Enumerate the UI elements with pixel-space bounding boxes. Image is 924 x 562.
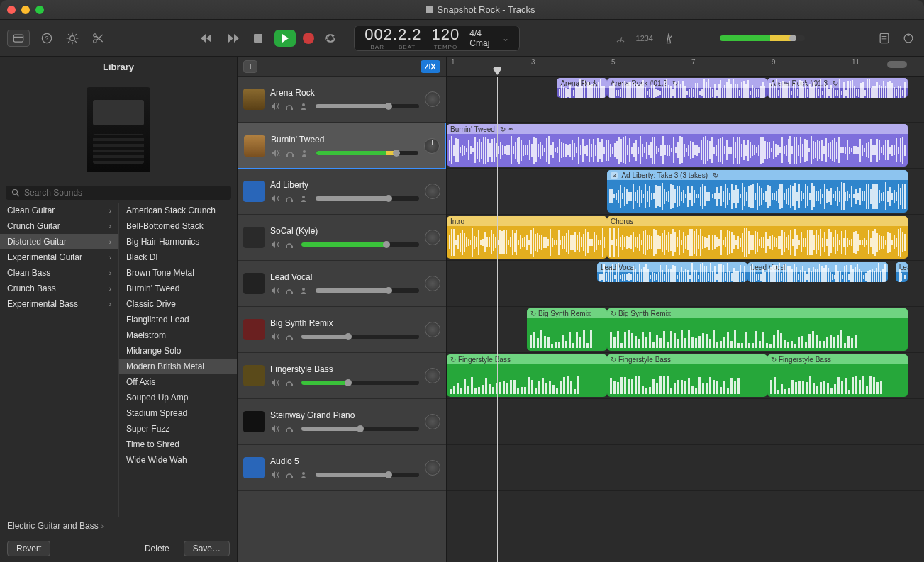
track-volume-slider[interactable] <box>316 288 419 293</box>
automation-button[interactable] <box>421 60 440 73</box>
track-ctrl-icon[interactable] <box>299 194 308 203</box>
track-volume-slider[interactable] <box>316 473 419 477</box>
track-ctrl-icon[interactable] <box>284 102 294 111</box>
track-volume-slider[interactable] <box>301 427 419 431</box>
library-preset-item[interactable]: Stadium Spread <box>119 405 237 421</box>
region[interactable]: Lead Vocal <box>597 262 747 282</box>
track-pan-knob[interactable] <box>425 322 440 337</box>
region[interactable]: ↻ Fingerstyle Bass <box>767 354 908 397</box>
region[interactable]: ↻ Fingerstyle Bass <box>447 354 607 397</box>
rewind-button[interactable] <box>198 29 216 47</box>
track-header[interactable]: Steinway Grand Piano <box>238 399 446 445</box>
quick-help-icon[interactable]: ? <box>38 30 55 47</box>
region[interactable]: Arena Rock #01.3 ↻ <box>767 78 908 98</box>
library-preset-item[interactable]: Off Axis <box>119 374 237 390</box>
region[interactable]: ↻ Big Synth Remix <box>607 308 908 351</box>
play-button[interactable] <box>274 30 296 47</box>
window-zoom[interactable] <box>35 6 44 14</box>
track-lane[interactable]: Burnin' Tweed ↻ ⚭ <box>447 123 924 169</box>
timeline-area[interactable]: 1357911 Arena RockArena Rock #01.2 ↻Aren… <box>447 57 924 562</box>
loop-browser-icon[interactable] <box>900 30 917 47</box>
add-track-button[interactable]: + <box>243 60 257 73</box>
track-ctrl-icon[interactable] <box>270 378 280 387</box>
library-preset-item[interactable]: Maelstrom <box>119 327 237 343</box>
region[interactable]: Intro <box>447 216 607 259</box>
region[interactable]: Chorus <box>607 216 908 259</box>
track-ctrl-icon[interactable] <box>284 286 294 295</box>
track-ctrl-icon[interactable] <box>299 286 308 295</box>
timeline-ruler[interactable]: 1357911 <box>447 57 924 77</box>
track-ctrl-icon[interactable] <box>271 149 281 157</box>
library-category-item[interactable]: Clean Bass› <box>0 265 118 281</box>
track-header[interactable]: Arena Rock <box>238 77 446 123</box>
track-header[interactable]: SoCal (Kyle) <box>238 215 446 261</box>
library-category-item[interactable]: Distorted Guitar› <box>0 234 118 249</box>
library-category-item[interactable]: Crunch Guitar› <box>0 218 118 234</box>
track-pan-knob[interactable] <box>425 276 440 291</box>
track-volume-slider[interactable] <box>301 242 419 247</box>
lcd-chevron-icon[interactable]: ⌄ <box>502 33 509 43</box>
library-preset-item[interactable]: Modern British Metal <box>119 359 237 374</box>
notepad-icon[interactable] <box>876 30 893 47</box>
track-volume-slider[interactable] <box>316 196 419 201</box>
track-ctrl-icon[interactable] <box>284 240 294 249</box>
revert-button[interactable]: Revert <box>7 541 50 556</box>
search-input-wrapper[interactable] <box>6 186 231 200</box>
track-ctrl-icon[interactable] <box>299 149 309 157</box>
track-ctrl-icon[interactable] <box>270 102 280 111</box>
library-preset-item[interactable]: Wide Wide Wah <box>119 452 237 468</box>
count-in-label[interactable]: 1234 <box>636 34 653 43</box>
track-pan-knob[interactable] <box>425 414 440 429</box>
cycle-button[interactable] <box>321 29 340 47</box>
library-category-item[interactable]: Crunch Bass› <box>0 281 118 296</box>
region[interactable]: ↻ Fingerstyle Bass <box>607 354 767 397</box>
window-minimize[interactable] <box>21 6 30 14</box>
track-pan-knob[interactable] <box>424 138 440 154</box>
track-header[interactable]: Lead Vocal <box>238 261 446 307</box>
track-volume-slider[interactable] <box>316 151 418 155</box>
library-category-item[interactable]: Experimental Bass› <box>0 296 118 312</box>
search-input[interactable] <box>24 188 226 198</box>
track-ctrl-icon[interactable] <box>299 471 308 479</box>
library-path[interactable]: Electric Guitar and Bass › <box>0 517 237 535</box>
track-pan-knob[interactable] <box>425 460 440 476</box>
track-lane[interactable] <box>447 399 924 445</box>
library-preset-item[interactable]: Time to Shred <box>119 437 237 452</box>
library-preset-item[interactable]: Bell-Bottomed Stack <box>119 218 237 234</box>
delete-button[interactable]: Delete <box>136 541 178 556</box>
library-preset-item[interactable]: American Stack Crunch <box>119 203 237 218</box>
track-ctrl-icon[interactable] <box>270 332 280 341</box>
region[interactable]: Arena Rock <box>557 78 607 98</box>
library-category-item[interactable]: Experimental Guitar› <box>0 249 118 265</box>
playhead-handle[interactable] <box>493 67 501 75</box>
track-volume-slider[interactable] <box>301 381 419 385</box>
track-lane[interactable]: Arena RockArena Rock #01.2 ↻Arena Rock #… <box>447 77 924 123</box>
stop-button[interactable] <box>249 29 267 47</box>
library-preset-item[interactable]: Big Hair Harmonics <box>119 234 237 249</box>
track-header[interactable]: Big Synth Remix <box>238 307 446 353</box>
track-volume-slider[interactable] <box>301 335 419 339</box>
track-header[interactable]: Fingerstyle Bass <box>238 353 446 399</box>
horizontal-zoom-handle[interactable] <box>887 61 907 68</box>
library-preset-item[interactable]: Brown Tone Metal <box>119 265 237 281</box>
settings-icon[interactable] <box>64 30 81 47</box>
library-preset-item[interactable]: Burnin' Tweed <box>119 281 237 296</box>
track-ctrl-icon[interactable] <box>270 240 280 249</box>
track-ctrl-icon[interactable] <box>270 471 280 479</box>
track-ctrl-icon[interactable] <box>270 286 280 295</box>
region[interactable]: ↻ Big Synth Remix <box>527 308 607 351</box>
track-ctrl-icon[interactable] <box>284 471 294 479</box>
forward-button[interactable] <box>223 29 242 47</box>
master-volume-slider[interactable] <box>720 35 805 41</box>
playhead[interactable] <box>497 77 498 562</box>
scissors-icon[interactable] <box>89 30 106 47</box>
metronome-icon[interactable] <box>660 30 677 47</box>
region[interactable]: Arena Rock #01.2 ↻ <box>607 78 767 98</box>
region[interactable]: Lead Vocal <box>747 262 888 282</box>
track-header[interactable]: Audio 5 <box>238 445 446 491</box>
track-volume-slider[interactable] <box>316 104 419 108</box>
track-ctrl-icon[interactable] <box>284 332 294 341</box>
track-ctrl-icon[interactable] <box>284 425 294 433</box>
track-ctrl-icon[interactable] <box>270 194 280 203</box>
save-button[interactable]: Save… <box>184 541 230 556</box>
